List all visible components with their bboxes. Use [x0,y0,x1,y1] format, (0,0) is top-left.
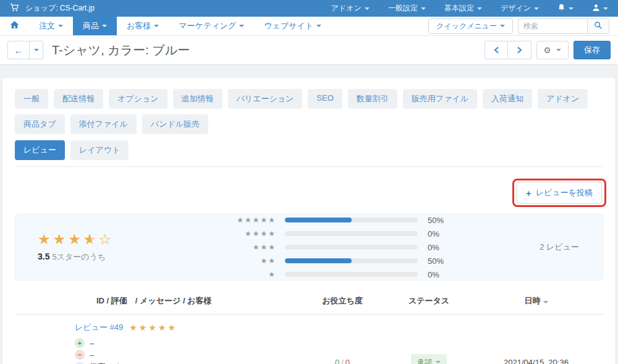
cart-icon [10,3,19,14]
topmenu-addons[interactable]: アドオン [322,3,379,14]
quick-menu-button[interactable]: クイックメニュー [428,19,513,34]
settings-gear-button[interactable]: ⚙ [536,41,569,59]
nav-customers[interactable]: お客様 [117,17,169,35]
helpfulness-cell: 0/0 [296,358,389,364]
helpful-no-count: 0 [345,358,350,364]
pros-icon: + [75,338,85,348]
four-star-label: ★★★★ [210,229,276,238]
bell-icon [557,3,565,14]
page-title: T-シャツ, カラー: ブルー [52,42,190,59]
chevron-left-icon [494,46,499,54]
tabs-divider [15,166,603,167]
rating-bar-fill [285,258,352,263]
reviews-table-header: ID / 評価 / メッセージ / お客様 お役立ち度 ステータス 日時 [15,289,603,315]
product-tabs-row-1: 一般 配送情報 オプション 追加情報 バリエーション SEO 数量割引 販売用フ… [15,89,603,134]
rating-percent: 0% [428,243,439,252]
review-row-49: レビュー #49 ★★★★★ + – − – i 最高です。 管理者: ありがと… [15,315,603,364]
nav-products[interactable]: 商品 [73,17,117,35]
rating-bar-track [285,231,418,236]
review-date: 2021/04/15, 20:36 [469,358,603,364]
chevron-down-icon [436,361,441,363]
cons-text: – [90,350,94,360]
tab-addons[interactable]: アドオン [538,89,588,109]
tab-shipping[interactable]: 配送情報 [54,89,103,109]
search-icon [594,21,603,32]
chevron-down-icon [154,25,159,27]
tab-variations[interactable]: バリエーション [228,89,303,109]
chevron-down-icon [58,25,63,27]
rating-percent: 0% [428,270,439,279]
prev-product-button[interactable] [485,41,508,59]
chevron-down-icon [603,7,608,10]
tab-bundles[interactable]: バンドル販売 [142,114,208,134]
nav-marketing[interactable]: マーケティング [169,17,254,35]
chevron-down-icon [316,25,321,27]
product-tabs-row-2: レビュー レイアウト [15,140,603,160]
add-review-button[interactable]: + レビューを投稿 [517,182,602,204]
review-rating-stars: ★★★★★ [129,323,177,332]
nav-orders[interactable]: 注文 [29,17,73,35]
account-menu[interactable] [583,4,608,14]
average-rating-caption: 3.55スターのうち [38,252,210,263]
chevron-down-icon [534,7,539,10]
rating-bar-track [285,272,418,277]
user-icon [592,4,600,14]
notifications-menu[interactable] [548,3,583,14]
five-star-label: ★★★★★ [210,216,276,224]
tab-options[interactable]: オプション [109,89,167,109]
tab-product-tabs[interactable]: 商品タブ [15,114,65,134]
tab-stock-notifications[interactable]: 入荷通知 [483,89,532,109]
topmenu-basic-settings[interactable]: 基本設定 [435,3,491,14]
tab-layout[interactable]: レイアウト [70,140,129,160]
cons-icon: − [75,350,85,360]
review-message: 最高です。 [90,362,130,364]
half-star-icon: ★☆ [83,232,99,247]
back-button[interactable]: ← [7,41,30,59]
back-dropdown-button[interactable] [30,41,43,59]
tab-additional-info[interactable]: 追加情報 [173,89,222,109]
plus-icon: + [526,188,531,198]
tab-attachments[interactable]: 添付ファイル [70,114,137,134]
helpful-yes-count: 0 [335,358,339,364]
main-nav-bar: 注文 商品 お客様 マーケティング ウェブサイト クイックメニュー [0,17,618,36]
tab-downloadable-files[interactable]: 販売用ファイル [403,89,477,109]
tab-seo[interactable]: SEO [308,89,342,109]
next-product-button[interactable] [508,41,531,59]
rating-bar-track [285,258,418,263]
search-input[interactable] [518,19,587,34]
save-button[interactable]: 保存 [574,41,611,59]
chevron-down-icon [477,7,482,10]
rating-distribution: ★★★★★ 50% ★★★★ 0% ★★★ 0% ★★ 50% ★ [210,213,444,281]
rating-bar-fill [285,218,352,222]
rating-summary-panel: ★★★★☆☆ 3.55スターのうち ★★★★★ 50% ★★★★ 0% ★★★ … [15,214,603,281]
header-date-sortable[interactable]: 日時 [469,295,603,307]
tab-reviews[interactable]: レビュー [15,140,65,160]
chevron-right-icon [517,46,522,54]
search-button[interactable] [587,19,609,34]
status-dropdown[interactable]: 承認 [411,354,447,364]
tab-general[interactable]: 一般 [15,89,48,109]
gear-icon: ⚙ [544,46,551,55]
rating-percent: 50% [428,256,444,266]
chevron-down-icon [102,25,107,27]
sort-desc-icon [543,301,548,303]
rating-bar-row-5: ★★★★★ 50% [210,216,444,224]
back-arrow-icon: ← [14,45,23,56]
home-button[interactable] [0,17,29,35]
shop-label[interactable]: ショップ: CS-Cart.jp [25,3,95,14]
product-detail-card: 一般 配送情報 オプション 追加情報 バリエーション SEO 数量割引 販売用フ… [2,77,616,364]
chevron-down-icon [556,49,561,51]
review-id-link[interactable]: レビュー #49 [75,322,123,333]
nav-website[interactable]: ウェブサイト [254,17,331,35]
admin-top-bar: ショップ: CS-Cart.jp アドオン 一般設定 基本設定 デザイン [0,0,618,17]
pros-text: – [90,339,94,348]
header-status: ステータス [389,295,469,307]
tab-qty-discounts[interactable]: 数量割引 [348,89,397,109]
topmenu-general-settings[interactable]: 一般設定 [379,3,435,14]
home-icon [10,20,19,32]
three-star-label: ★★★ [210,243,276,252]
topmenu-design[interactable]: デザイン [491,3,548,14]
rating-bar-row-2: ★★ 50% [210,256,444,265]
chevron-down-icon [239,25,244,27]
rating-bar-row-3: ★★★ 0% [210,243,444,252]
